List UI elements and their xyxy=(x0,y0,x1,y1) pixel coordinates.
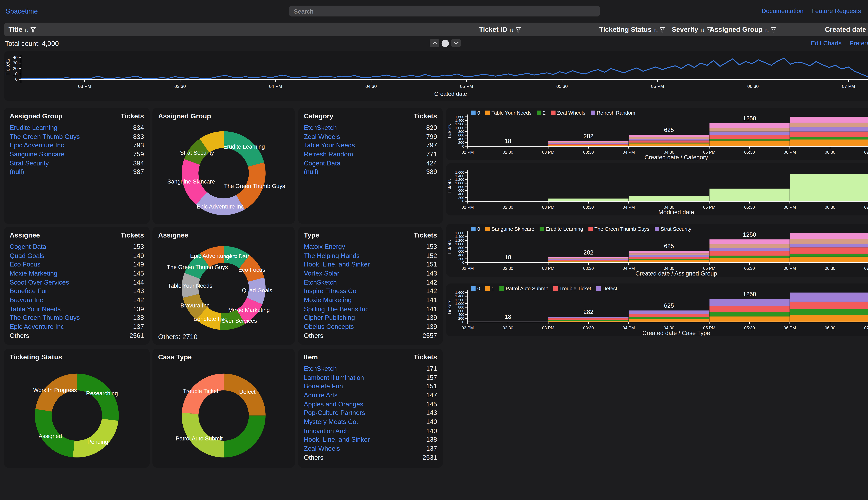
row-link[interactable]: Moxie Marketing xyxy=(10,270,58,276)
svg-text:Patrol Auto Submit: Patrol Auto Submit xyxy=(176,435,222,442)
row-link[interactable]: Bravura Inc xyxy=(10,296,43,303)
category-rows: EtchSketch820Zeal Wheels799Table Your Ne… xyxy=(298,122,443,177)
svg-text:600: 600 xyxy=(458,133,464,137)
legend-label: Sanguine Skincare xyxy=(491,226,534,232)
row-link[interactable]: Maxxx Energy xyxy=(304,243,345,250)
row-link[interactable]: Lambent Illumination xyxy=(304,374,364,381)
column-header-created-date[interactable]: Created date ↑↓ xyxy=(825,23,868,36)
sort-icon[interactable]: ↑↓ xyxy=(700,26,705,33)
svg-text:30: 30 xyxy=(13,60,18,65)
row-link[interactable]: (null) xyxy=(304,169,318,175)
column-header-ticket-id[interactable]: Ticket ID ↑↓ xyxy=(479,23,521,36)
row-link[interactable]: Sanguine Skincare xyxy=(10,151,65,158)
row-link[interactable]: (null) xyxy=(10,169,24,175)
column-header-severity[interactable]: Severity ↑↓ xyxy=(672,23,712,36)
row-link[interactable]: Admire Arts xyxy=(304,392,338,398)
sort-icon[interactable]: ↑↓ xyxy=(653,26,658,33)
row-link[interactable]: Inspire Fitness Co xyxy=(304,287,356,294)
row-link[interactable]: Scoot Over Services xyxy=(10,279,69,285)
row-link[interactable]: EtchSketch xyxy=(304,124,337,131)
pager-dot-button[interactable] xyxy=(442,39,449,47)
panel-title: Assignee xyxy=(10,231,40,239)
row-link[interactable]: Hook, Line, and Sinker xyxy=(304,261,370,268)
filter-icon[interactable] xyxy=(660,26,666,33)
column-header-title[interactable]: Title ↑↓ xyxy=(9,23,36,36)
row-link[interactable]: Hook, Line, and Sinker xyxy=(304,436,370,443)
row-link[interactable]: Table Your Needs xyxy=(304,142,355,149)
panel-item-table: Item Tickets EtchSketch171Lambent Illumi… xyxy=(298,349,443,468)
collapse-up-button[interactable] xyxy=(430,39,439,47)
panel-assigned-group-table: Assigned Group Tickets Erudite Learning8… xyxy=(4,107,150,224)
row-link[interactable]: EtchSketch xyxy=(304,365,337,372)
row-link[interactable]: Epic Adventure Inc xyxy=(10,142,64,149)
row-link[interactable]: Vortex Solar xyxy=(304,270,339,276)
link-feature-requests[interactable]: Feature Requests xyxy=(811,7,861,14)
row-link[interactable]: Strat Security xyxy=(10,160,49,166)
table-row: Zeal Wheels799 xyxy=(304,132,437,141)
sort-icon[interactable]: ↑↓ xyxy=(24,26,28,33)
row-link[interactable]: Zeal Wheels xyxy=(304,445,340,452)
svg-text:1250: 1250 xyxy=(743,231,756,238)
table-row: Epic Adventure Inc137 xyxy=(10,322,144,331)
row-link[interactable]: Moxie Marketing xyxy=(304,296,352,303)
row-link[interactable]: Refresh Random xyxy=(304,151,353,158)
row-link[interactable]: The Green Thumb Guys xyxy=(10,314,80,321)
brand-link[interactable]: Spacetime xyxy=(6,7,38,15)
svg-text:600: 600 xyxy=(458,249,464,253)
row-link[interactable]: Zeal Wheels xyxy=(304,133,340,140)
edit-charts-link[interactable]: Edit Charts xyxy=(811,40,842,46)
row-link[interactable]: Cogent Data xyxy=(304,160,340,166)
value-header: Tickets xyxy=(121,112,144,120)
row-link[interactable]: Cipher Publishing xyxy=(304,314,355,321)
svg-text:03:30: 03:30 xyxy=(174,84,186,89)
legend-label: 1 xyxy=(491,286,494,292)
table-row: EtchSketch820 xyxy=(304,123,437,132)
legend-item: Patrol Auto Submit xyxy=(500,286,548,292)
svg-text:Tickets: Tickets xyxy=(5,59,11,76)
preferences-link[interactable]: Preferences xyxy=(849,40,868,46)
chart-legend: 01Patrol Auto SubmitTrouble TicketDefect xyxy=(471,286,617,292)
row-link[interactable]: Table Your Needs xyxy=(10,305,61,312)
sort-icon[interactable]: ↑↓ xyxy=(509,26,514,33)
legend-item: Zeal Wheels xyxy=(551,110,585,116)
svg-text:200: 200 xyxy=(458,140,464,145)
row-link[interactable]: EtchSketch xyxy=(304,279,337,285)
table-row: Strat Security394 xyxy=(10,159,144,167)
filter-icon[interactable] xyxy=(30,26,37,33)
legend-label: Defect xyxy=(602,286,617,292)
row-link[interactable]: Erudite Learning xyxy=(10,124,58,131)
panel-title: Item xyxy=(304,353,318,361)
row-link[interactable]: Innovation Arch xyxy=(304,427,349,434)
panel-title: Category xyxy=(304,112,333,120)
column-header-assigned-group[interactable]: Assigned Group ↑↓ xyxy=(710,23,777,36)
sort-icon[interactable]: ↑↓ xyxy=(764,26,769,33)
column-header-ticketing-status[interactable]: Ticketing Status ↑↓ xyxy=(599,23,666,36)
row-link[interactable]: Quad Goals xyxy=(10,252,44,259)
row-link[interactable]: The Green Thumb Guys xyxy=(10,133,80,140)
search-input[interactable] xyxy=(289,6,599,16)
count-bar-links: Edit Charts Preferences xyxy=(811,40,868,46)
table-row: Hook, Line, and Sinker151 xyxy=(304,260,437,269)
row-link[interactable]: Epic Adventure Inc xyxy=(10,323,64,330)
row-link[interactable]: Cogent Data xyxy=(10,243,46,250)
row-value: 145 xyxy=(133,270,144,276)
row-link[interactable]: Eco Focus xyxy=(10,261,41,268)
row-link[interactable]: Apples and Oranges xyxy=(304,400,363,407)
row-link[interactable]: The Helping Hands xyxy=(304,252,359,259)
table-row: Spilling The Beans Inc.141 xyxy=(304,304,437,313)
row-link[interactable]: Spilling The Beans Inc. xyxy=(304,305,370,312)
row-value: 797 xyxy=(426,142,437,149)
panel-title: Type xyxy=(304,231,319,239)
row-link[interactable]: Bonefete Fun xyxy=(304,383,343,389)
row-link[interactable]: Mystery Meats Co. xyxy=(304,418,358,425)
svg-text:07 PM: 07 PM xyxy=(842,84,855,89)
collapse-down-button[interactable] xyxy=(451,39,461,47)
row-link[interactable]: Bonefete Fun xyxy=(10,287,49,294)
filter-icon[interactable] xyxy=(770,26,777,33)
row-link[interactable]: Pop-Culture Partners xyxy=(304,409,365,416)
row-link[interactable]: Obelus Concepts xyxy=(304,323,354,330)
link-documentation[interactable]: Documentation xyxy=(762,7,803,14)
others-row: Others2561 xyxy=(10,331,144,340)
table-row: Admire Arts147 xyxy=(304,391,437,399)
filter-icon[interactable] xyxy=(515,26,522,33)
